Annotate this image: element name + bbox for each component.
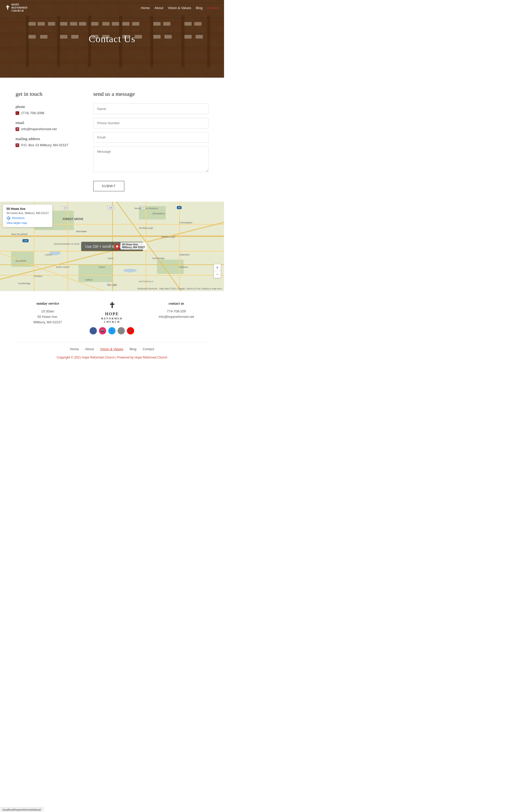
phone-section: phone (774) 708-2098	[16, 105, 78, 115]
map-info-address: 50 Howe Ave, Millbury, MA 01527	[6, 211, 49, 214]
submit-button[interactable]: SUBMIT	[93, 181, 124, 191]
google-logo: Google	[107, 283, 117, 286]
message-field-group	[93, 146, 209, 173]
address-section: mailing address P.O. Box 23 Millbury, MA…	[16, 137, 78, 147]
footer-nav-about[interactable]: About	[85, 347, 94, 351]
svg-point-43	[116, 245, 118, 248]
map-zoom-controls: + −	[214, 264, 221, 278]
svg-rect-2	[0, 47, 224, 51]
svg-rect-16	[79, 22, 86, 26]
svg-rect-27	[40, 35, 47, 38]
map-container[interactable]: Worcester Millbury North Brookfield West…	[0, 202, 224, 291]
zoom-in-button[interactable]: +	[214, 264, 221, 271]
mailing-address: P.O. Box 23 Millbury, MA 01527	[21, 143, 69, 147]
name-field-group	[93, 104, 209, 114]
svg-point-39	[17, 145, 18, 145]
map-attribution: Keyboard shortcuts Map data ©2021 Google…	[137, 287, 222, 290]
svg-rect-37	[195, 35, 203, 38]
svg-rect-26	[28, 35, 36, 38]
svg-rect-34	[153, 35, 161, 38]
nav-blog[interactable]: Blog	[196, 6, 202, 10]
footer-nav-contact[interactable]: Contact	[142, 347, 154, 351]
svg-rect-24	[184, 22, 192, 26]
view-larger-map-link[interactable]: View larger map	[6, 221, 49, 225]
svg-rect-36	[184, 35, 192, 38]
message-textarea[interactable]	[93, 146, 209, 172]
svg-rect-25	[194, 22, 201, 26]
svg-rect-10	[207, 16, 210, 67]
svg-rect-19	[112, 22, 119, 26]
email-item: info@hopereformed.net	[16, 127, 78, 131]
directions-link[interactable]: Directions	[6, 216, 25, 220]
name-input[interactable]	[93, 104, 209, 114]
svg-rect-9	[181, 16, 184, 67]
svg-rect-3	[0, 60, 224, 64]
logo-cross-icon: ✝	[5, 4, 10, 11]
footer-logo: ✝ HOPE REFORMED CHURCH	[80, 301, 144, 324]
nav-contact[interactable]: Contact	[207, 6, 219, 10]
facebook-link[interactable]: f	[90, 327, 97, 335]
footer-contact: contact us 774-708-209 info@hopereformed…	[144, 301, 209, 320]
address-item: P.O. Box 23 Millbury, MA 01527	[16, 143, 78, 147]
footer-sunday-address: 50 Howe Ave. Millbury, MA 01527	[16, 314, 80, 325]
svg-rect-20	[122, 22, 130, 26]
svg-rect-8	[150, 16, 153, 67]
svg-rect-35	[164, 35, 172, 38]
spotify-link[interactable]: ♪	[117, 327, 125, 335]
footer-contact-phone: 774-708-209	[144, 309, 209, 314]
svg-rect-5	[57, 16, 60, 67]
svg-rect-28	[60, 35, 67, 38]
footer-nav-blog[interactable]: Blog	[130, 347, 136, 351]
svg-rect-29	[71, 35, 79, 38]
contact-info-section: get in touch phone (774) 708-2098 email …	[16, 91, 78, 191]
footer-nav: Home About Vision & Values Blog Contact	[16, 342, 209, 351]
contact-form: SUBMIT	[93, 104, 209, 191]
footer-nav-home[interactable]: Home	[70, 347, 79, 351]
zoom-out-button[interactable]: −	[214, 271, 221, 278]
main-content: get in touch phone (774) 708-2098 email …	[0, 78, 224, 202]
form-title: send us a message	[93, 91, 209, 97]
phone-label: phone	[16, 105, 78, 109]
svg-line-41	[0, 253, 104, 291]
email-field-group	[93, 132, 209, 143]
email-input[interactable]	[93, 132, 209, 143]
footer-copyright: Copyright © 2021 Hope Reformed Church | …	[16, 356, 209, 362]
map-info-box: 50 Howe Ave 50 Howe Ave, Millbury, MA 01…	[3, 204, 53, 227]
svg-rect-15	[70, 22, 77, 26]
phone-input[interactable]	[93, 118, 209, 128]
footer-contact-title: contact us	[144, 301, 209, 306]
nav-about[interactable]: About	[154, 6, 163, 10]
address-icon	[16, 143, 19, 147]
logo[interactable]: ✝ HOPE REFORMED CHURCH	[5, 3, 27, 12]
email-icon	[16, 127, 19, 131]
footer-contact-email[interactable]: info@hopereformed.net	[159, 315, 194, 319]
twitter-link[interactable]: t	[108, 327, 115, 335]
footer-columns: sunday service 10:30am 50 Howe Ave. Mill…	[16, 301, 209, 335]
footer-logo-text: HOPE REFORMED CHURCH	[101, 311, 122, 324]
phone-number: (774) 708-2098	[21, 111, 44, 115]
phone-field-group	[93, 118, 209, 128]
instagram-link[interactable]: 📷	[99, 327, 106, 335]
footer-sunday-service: sunday service 10:30am 50 Howe Ave. Mill…	[16, 301, 80, 325]
svg-rect-22	[153, 22, 161, 26]
svg-rect-12	[37, 22, 45, 26]
svg-rect-18	[102, 22, 110, 26]
logo-text: HOPE REFORMED CHURCH	[11, 3, 27, 12]
email-section: email info@hopereformed.net	[16, 121, 78, 131]
map-info-title: 50 Howe Ave	[6, 207, 49, 211]
contact-info-title: get in touch	[16, 91, 78, 97]
svg-rect-11	[28, 22, 36, 26]
footer-sunday-time: 10:30am	[16, 309, 80, 314]
svg-rect-38	[17, 128, 18, 130]
footer: sunday service 10:30am 50 Howe Ave. Mill…	[0, 291, 224, 367]
email-label: email	[16, 121, 78, 125]
footer-nav-vision[interactable]: Vision & Values	[100, 347, 123, 351]
footer-logo-section: ✝ HOPE REFORMED CHURCH f 📷 t ♪ ▶	[80, 301, 144, 335]
nav-home[interactable]: Home	[141, 6, 150, 10]
nav-links: Home About Vision & Values Blog Contact	[141, 5, 219, 10]
youtube-link[interactable]: ▶	[127, 327, 134, 335]
phone-item: (774) 708-2098	[16, 111, 78, 115]
email-address[interactable]: info@hopereformed.net	[21, 127, 57, 131]
map-address-label: 50 Howe Ave,Millbury, MA 01527	[120, 242, 146, 250]
nav-vision[interactable]: Vision & Values	[168, 6, 191, 10]
